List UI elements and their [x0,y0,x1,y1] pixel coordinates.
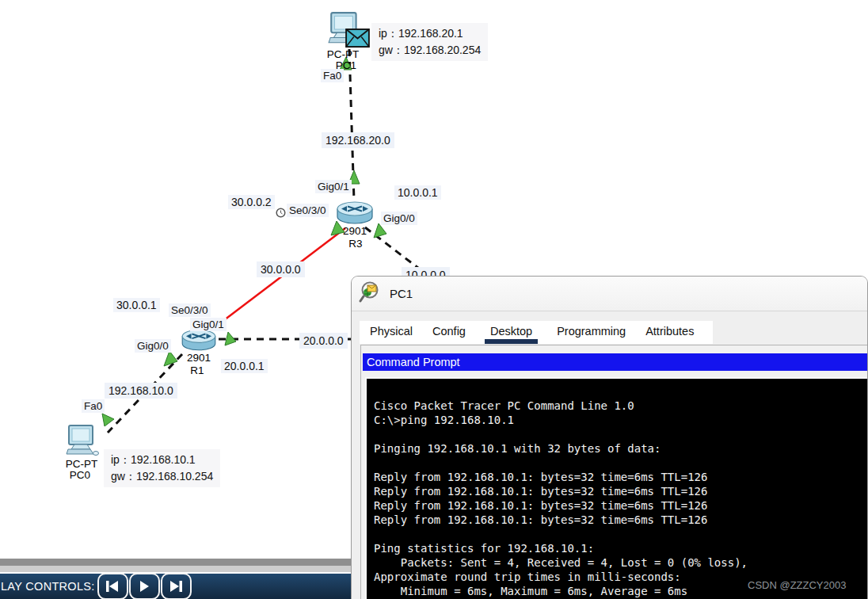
terminal-line: Reply from 192.168.10.1: bytes=32 time=6… [374,470,863,484]
note-pc1-addressing[interactable]: ip：192.168.20.1 gw：192.168.20.254 [371,23,488,61]
terminal-line: Ping statistics for 192.168.10.1: [374,541,863,555]
device-model-label: PC-PT [327,48,360,60]
net-label-192-168-10-0: 192.168.10.0 [105,383,177,399]
play-button[interactable] [129,573,160,599]
net-label-192-168-20-0: 192.168.20.0 [322,132,394,148]
port-label-r3-gig00: Gig0/0 [381,212,417,225]
device-model-label: 2901 [343,225,367,237]
clock-dce-icon [276,207,286,221]
device-model-label: 2901 [187,352,211,364]
tab-bar: Physical Config Desktop Programming Attr… [360,321,713,344]
net-label-30-0-0-0: 30.0.0.0 [257,261,305,277]
skip-to-end-button[interactable] [161,573,192,599]
note-gw-line: gw：192.168.10.254 [111,468,213,485]
terminal-line: Reply from 192.168.10.1: bytes=32 time=6… [374,513,863,527]
csdn-watermark: CSDN @ZZZCY2003 [748,579,846,591]
packet-tracer-magnifier-icon [359,280,381,307]
terminal-line: Reply from 192.168.10.1: bytes=32 time=6… [374,484,863,498]
net-label-20-0-0-0: 20.0.0.0 [299,333,348,349]
port-label-r1-se030: Se0/3/0 [169,303,211,317]
link-r3-net10[interactable] [365,227,422,271]
pdu-envelope-icon[interactable] [345,29,370,51]
tab-attributes[interactable]: Attributes [645,321,695,344]
terminal-line: C:\>ping 192.168.10.1 [374,413,863,427]
port-label-r1-gig01: Gig0/1 [190,318,227,331]
skip-back-icon [106,581,119,592]
port-label-r3-gig01: Gig0/1 [315,180,352,193]
play-controls-bar: LAY CONTROLS: [0,574,351,599]
ip-label-r3-gig00: 10.0.0.1 [394,185,441,200]
terminal-line: Reply from 192.168.10.1: bytes=32 time=6… [374,498,863,513]
terminal-line [374,427,863,441]
playback-buttons [97,573,192,599]
terminal-line [374,456,863,470]
desktop-tab-panel: Command Prompt Cisco Packet Tracer PC Co… [360,345,868,599]
command-prompt-header: Command Prompt [363,353,868,371]
note-pc0-addressing[interactable]: ip：192.168.10.1 gw：192.168.10.254 [104,449,220,487]
tab-config[interactable]: Config [432,321,466,344]
link-up-arrow-icon [374,223,386,238]
play-icon [139,581,150,592]
pc1-device-window: PC1 Physical Config Desktop Programming … [351,276,868,599]
terminal-line: Pinging 192.168.10.1 with 32 bytes of da… [374,441,863,456]
port-label-pc1-fa0: Fa0 [321,69,344,82]
note-ip-line: ip：192.168.20.1 [379,25,481,42]
terminal-line: Cisco Packet Tracer PC Command Line 1.0 [374,399,863,413]
ip-label-r3-serial: 30.0.0.2 [228,195,275,209]
device-name-label: R1 [190,364,204,376]
ip-label-r1-gig01: 20.0.0.1 [221,359,268,373]
link-up-arrow-icon [102,414,114,426]
window-title: PC1 [390,287,413,300]
play-controls-label: LAY CONTROLS: [1,580,95,593]
router-icon [179,327,219,354]
tab-desktop[interactable]: Desktop [485,321,538,344]
device-model-label: PC-PT [66,458,98,470]
skip-to-start-button[interactable] [97,573,128,599]
skip-forward-icon [169,581,182,592]
note-ip-line: ip：192.168.10.1 [111,452,213,468]
port-label-pc0-fa0: Fa0 [82,399,105,413]
port-label-r3-se030: Se0/3/0 [287,204,329,217]
device-pc0[interactable] [65,425,100,461]
router-icon [335,199,375,228]
tab-physical[interactable]: Physical [369,321,413,344]
terminal-line: Packets: Sent = 4, Received = 4, Lost = … [374,555,863,570]
port-label-r1-gig00: Gig0/0 [135,339,171,353]
link-up-arrow-icon [164,351,177,366]
device-name-label: PC0 [70,469,90,481]
ip-label-r1-serial: 30.0.0.1 [113,298,160,312]
pc-icon [65,425,100,458]
device-name-label: R3 [348,238,362,250]
horizontal-scrollbar[interactable] [0,558,351,572]
window-titlebar[interactable]: PC1 [352,277,867,311]
terminal-line [374,527,863,541]
command-prompt-console[interactable]: Cisco Packet Tracer PC Command Line 1.0 … [365,377,868,599]
note-gw-line: gw：192.168.20.254 [379,42,481,59]
tab-programming[interactable]: Programming [556,321,626,344]
packet-tracer-workspace: PC-PT PC1 2901 R3 2901 R1 PC-PT [0,0,868,599]
scrollbar-thumb[interactable] [0,559,351,566]
